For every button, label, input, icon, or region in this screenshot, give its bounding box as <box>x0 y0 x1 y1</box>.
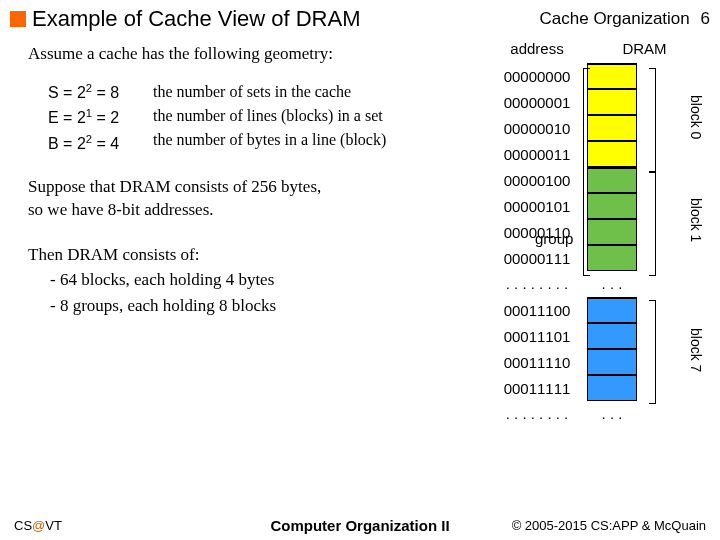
block0-bracket <box>649 68 656 172</box>
dram-cell <box>587 63 637 89</box>
addr-dots: . . . . . . . . <box>487 401 587 425</box>
dram-cell <box>587 219 637 245</box>
table-row: 00000111 <box>487 245 702 271</box>
b-lhs: B = 2 <box>48 135 86 152</box>
section-label: Cache Organization 6 <box>540 9 710 29</box>
dram-cell <box>587 297 637 323</box>
color-dots: . . . <box>587 401 637 425</box>
footer-cs: CS <box>14 518 32 533</box>
dram-cell <box>587 323 637 349</box>
slide-title: Example of Cache View of DRAM <box>32 6 540 32</box>
block1-bracket <box>649 172 656 276</box>
slide-header: Example of Cache View of DRAM Cache Orga… <box>0 0 720 34</box>
footer-right: © 2005-2015 CS:APP & McQuain <box>475 518 706 533</box>
addr-cell: 00011110 <box>487 349 587 375</box>
footer-left: CS@VT <box>14 518 245 533</box>
footer-at: @ <box>32 518 45 533</box>
s-lhs: S = 2 <box>48 84 86 101</box>
dram-cell <box>587 167 637 193</box>
addr-cell: 00000001 <box>487 89 587 115</box>
footer-center: Computer Organization II <box>245 517 476 534</box>
s-rhs: = 8 <box>92 84 119 101</box>
geometry-descriptions: the number of sets in the cache the numb… <box>153 80 386 156</box>
color-dots: . . . <box>587 271 637 295</box>
e-lhs: E = 2 <box>48 110 86 127</box>
ellipsis-row: . . . . . . . . . . . <box>487 271 702 297</box>
addr-cell: 00000011 <box>487 141 587 167</box>
footer-vt: VT <box>45 518 62 533</box>
dram-cell <box>587 115 637 141</box>
addr-cell: 00000010 <box>487 115 587 141</box>
dram-cell <box>587 375 637 401</box>
group-label: group <box>535 230 573 247</box>
block0-label: block 0 <box>659 95 704 139</box>
addr-cell: 00000111 <box>487 245 587 271</box>
page-number: 6 <box>701 9 710 28</box>
block7-label: block 7 <box>659 328 704 372</box>
dram-cell <box>587 245 637 271</box>
ellipsis-row: . . . . . . . . . . . <box>487 401 702 427</box>
section-name: Cache Organization <box>540 9 690 28</box>
addr-cell: 00011100 <box>487 297 587 323</box>
table-row: 00000100 <box>487 167 702 193</box>
dram-column-header: DRAM <box>587 40 702 57</box>
addr-dots: . . . . . . . . <box>487 271 587 295</box>
slide-footer: CS@VT Computer Organization II © 2005-20… <box>0 517 720 534</box>
e-rhs: = 2 <box>92 110 119 127</box>
bullet-icon <box>10 11 26 27</box>
address-header: address <box>487 40 587 57</box>
dram-cell <box>587 193 637 219</box>
addr-cell: 00011111 <box>487 375 587 401</box>
addr-cell: 00000100 <box>487 167 587 193</box>
group-bracket <box>583 68 590 276</box>
e-desc: the number of lines (blocks) in a set <box>153 104 386 128</box>
table-row: 00000011 <box>487 141 702 167</box>
suppose-line1: Suppose that DRAM consists of 256 bytes, <box>28 177 321 196</box>
table-row: 00011100 <box>487 297 702 323</box>
block7-bracket <box>649 300 656 404</box>
addr-cell: 00000000 <box>487 63 587 89</box>
block1-label: block 1 <box>659 198 704 242</box>
addr-cell: 00011101 <box>487 323 587 349</box>
dram-cell <box>587 89 637 115</box>
b-rhs: = 4 <box>92 135 119 152</box>
table-row: 00011111 <box>487 375 702 401</box>
dram-panel: address DRAM group block 0 block 1 block… <box>487 40 702 427</box>
dram-header: address DRAM <box>487 40 702 57</box>
suppose-line2: so we have 8-bit addresses. <box>28 200 214 219</box>
geometry-equations: S = 22 = 8 E = 21 = 2 B = 22 = 4 <box>28 80 153 156</box>
b-desc: the number of bytes in a line (block) <box>153 128 386 152</box>
s-desc: the number of sets in the cache <box>153 80 386 104</box>
dram-cell <box>587 141 637 167</box>
table-row: 00000000 <box>487 63 702 89</box>
dram-cell <box>587 349 637 375</box>
addr-cell: 00000101 <box>487 193 587 219</box>
